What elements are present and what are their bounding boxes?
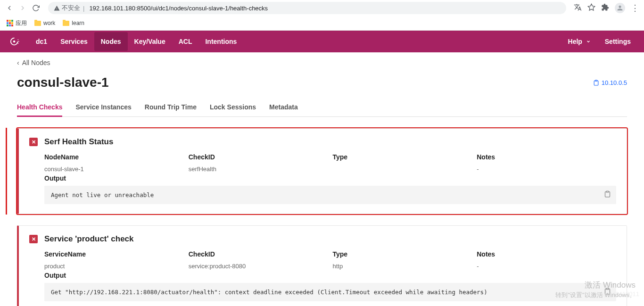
label-notes: Notes: [477, 153, 616, 161]
svg-point-2: [13, 41, 16, 43]
card-header: ✕ Serf Health Status: [29, 137, 616, 147]
label-checkid: CheckID: [189, 153, 328, 161]
translate-icon[interactable]: [574, 3, 582, 13]
clipboard-icon: [593, 80, 599, 86]
tabs: Health Checks Service Instances Round Tr…: [17, 99, 627, 117]
bookmark-label: work: [43, 20, 55, 26]
consul-logo-icon[interactable]: [9, 36, 20, 47]
card-header: ✕ Service 'product' check: [29, 234, 616, 244]
nav-services[interactable]: Services: [54, 32, 94, 51]
label-checkid: CheckID: [189, 250, 328, 258]
app-header: dc1 Services Nodes Key/Value ACL Intenti…: [0, 31, 644, 52]
browser-actions: ⋮: [574, 3, 639, 13]
chevron-down-icon: [586, 39, 591, 44]
value-checkid: serfHealth: [189, 165, 328, 173]
value-checkid: service:product-8080: [189, 263, 328, 270]
page-content: ‹ All Nodes consul-slave-1 10.10.0.5 Hea…: [0, 52, 644, 306]
label-output: Output: [44, 272, 616, 279]
bookmark-learn[interactable]: learn: [63, 20, 84, 26]
dc-label: dc1: [36, 38, 47, 45]
insecure-label: 不安全: [62, 4, 80, 12]
status-critical-icon: ✕: [29, 138, 38, 146]
bookmarks-bar: 应用 work learn: [0, 16, 644, 30]
page-header: consul-slave-1 10.10.0.5: [17, 75, 627, 90]
folder-icon: [34, 21, 41, 26]
copy-output-button[interactable]: [604, 288, 611, 295]
browser-toolbar: 不安全 | 192.168.101.180:8500/ui/dc1/nodes/…: [0, 0, 644, 16]
browser-chrome: 不安全 | 192.168.101.180:8500/ui/dc1/nodes/…: [0, 0, 644, 31]
tab-metadata[interactable]: Metadata: [269, 99, 298, 116]
insecure-indicator: 不安全 |: [54, 4, 85, 12]
nav-settings[interactable]: Settings: [601, 32, 635, 51]
help-menu[interactable]: Help: [564, 32, 594, 51]
warning-icon: [54, 5, 60, 11]
output-box: Get "http://192.168.221.1:8080/actuator/…: [44, 283, 616, 301]
datacenter-switcher[interactable]: dc1: [29, 32, 54, 51]
secondary-nav: Help Settings: [564, 32, 635, 51]
check-title: Service 'product' check: [44, 234, 134, 244]
help-label: Help: [568, 38, 582, 45]
output-box: Agent not live or unreachable: [44, 186, 616, 204]
value-notes: -: [477, 263, 616, 270]
nav-nodes[interactable]: Nodes: [94, 32, 128, 51]
forward-button[interactable]: [18, 3, 27, 13]
copy-ip-button[interactable]: 10.10.0.5: [593, 79, 627, 86]
apps-label: 应用: [16, 19, 27, 27]
check-title: Serf Health Status: [44, 137, 113, 147]
label-notes: Notes: [477, 250, 616, 258]
nav-acl[interactable]: ACL: [172, 32, 199, 51]
nav-keyvalue[interactable]: Key/Value: [128, 32, 172, 51]
ip-text: 10.10.0.5: [602, 79, 627, 86]
primary-nav: dc1 Services Nodes Key/Value ACL Intenti…: [29, 32, 564, 51]
apps-shortcut[interactable]: 应用: [7, 19, 27, 27]
clipboard-icon: [604, 190, 611, 198]
svg-point-3: [17, 39, 18, 40]
tab-health-checks[interactable]: Health Checks: [17, 99, 62, 116]
profile-avatar[interactable]: [615, 3, 625, 13]
breadcrumb-back[interactable]: ‹ All Nodes: [17, 59, 627, 66]
output-text: Get "http://192.168.221.1:8080/actuator/…: [51, 289, 487, 296]
health-check-card: ✕ Service 'product' check ServiceName Ch…: [17, 225, 627, 306]
label-type: Type: [333, 250, 472, 258]
label-type: Type: [333, 153, 472, 161]
folder-icon: [63, 21, 69, 26]
chevron-left-icon: ‹: [17, 59, 19, 66]
reload-button[interactable]: [31, 3, 41, 13]
health-check-card: ✕ Serf Health Status NodeName CheckID Ty…: [17, 128, 627, 214]
value-servicename: product: [44, 263, 184, 270]
svg-marker-0: [588, 4, 594, 10]
value-notes: -: [477, 165, 616, 173]
breadcrumb-label: All Nodes: [22, 59, 50, 66]
label-servicename: ServiceName: [44, 250, 184, 258]
apps-icon: [7, 20, 13, 26]
tab-lock-sessions[interactable]: Lock Sessions: [210, 99, 256, 116]
value-type: http: [333, 263, 472, 270]
tab-service-instances[interactable]: Service Instances: [75, 99, 131, 116]
output-text: Agent not live or unreachable: [51, 191, 154, 198]
label-nodename: NodeName: [44, 153, 184, 161]
svg-rect-8: [606, 288, 609, 289]
address-bar[interactable]: 不安全 | 192.168.101.180:8500/ui/dc1/nodes/…: [48, 2, 566, 14]
extensions-icon[interactable]: [601, 3, 609, 13]
nav-intentions[interactable]: Intentions: [198, 32, 243, 51]
svg-point-4: [18, 41, 19, 42]
bookmark-label: learn: [72, 20, 84, 26]
svg-point-5: [17, 43, 18, 44]
value-type: [333, 165, 472, 173]
tab-round-trip-time[interactable]: Round Trip Time: [145, 99, 197, 116]
clipboard-icon: [604, 288, 611, 295]
bookmark-work[interactable]: work: [34, 20, 55, 26]
address-url: 192.168.101.180:8500/ui/dc1/nodes/consul…: [89, 5, 268, 12]
svg-rect-6: [595, 80, 597, 81]
page-title: consul-slave-1: [17, 75, 109, 90]
value-nodename: consul-slave-1: [44, 165, 184, 173]
star-icon[interactable]: [587, 3, 595, 13]
label-output: Output: [44, 174, 616, 182]
check-details-grid: NodeName CheckID Type Notes consul-slave…: [44, 153, 616, 173]
copy-output-button[interactable]: [604, 190, 611, 198]
check-details-grid: ServiceName CheckID Type Notes product s…: [44, 250, 616, 270]
back-button[interactable]: [5, 3, 14, 13]
svg-rect-7: [606, 191, 609, 192]
browser-menu-button[interactable]: ⋮: [631, 4, 639, 12]
status-critical-icon: ✕: [29, 235, 38, 243]
